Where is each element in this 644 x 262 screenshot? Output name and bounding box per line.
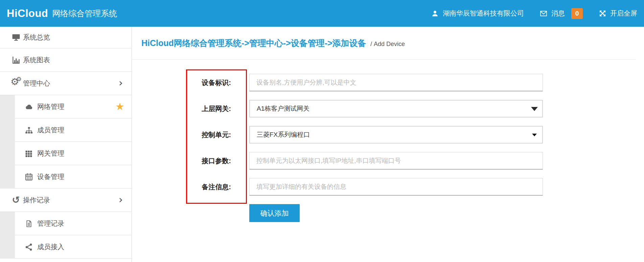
app-window: HiCloud 网络综合管理系统 湖南华辰智通科技有限公司 消息 0	[0, 0, 644, 262]
chevron-right-icon: ›	[119, 194, 123, 205]
messages-button[interactable]: 消息 0	[539, 8, 583, 19]
sidebar-item-device-management[interactable]: 设备管理	[0, 165, 132, 189]
company-account-menu[interactable]: 湖南华辰智通科技有限公司	[430, 9, 524, 18]
sidebar-item-system-charts[interactable]: 系统图表	[0, 48, 132, 72]
device-name-label: 设备标识:	[186, 78, 247, 87]
calendar-icon	[24, 173, 33, 181]
sitemap-icon	[24, 126, 33, 135]
messages-label: 消息	[551, 9, 565, 18]
sidebar-item-system-overview[interactable]: 系统总览	[0, 27, 132, 48]
envelope-icon	[539, 9, 548, 18]
company-name: 湖南华辰智通科技有限公司	[443, 9, 524, 18]
history-icon: ↺	[11, 196, 21, 204]
fullscreen-button[interactable]: 开启全屏	[598, 9, 637, 18]
confirm-add-button[interactable]: 确认添加	[249, 204, 300, 222]
topbar: HiCloud 网络综合管理系统 湖南华辰智通科技有限公司 消息 0	[0, 0, 644, 27]
cloud-icon	[24, 103, 33, 111]
sidebar-item-label: 管理中心	[23, 79, 50, 88]
upper-gateway-value: A1栋客户测试网关	[257, 104, 309, 113]
sidebar-item-operation-records[interactable]: ↺ 操作记录 ›	[0, 189, 132, 212]
fullscreen-label: 开启全屏	[610, 9, 637, 18]
sidebar-item-member-management[interactable]: 成员管理	[0, 118, 132, 142]
topbar-actions: 湖南华辰智通科技有限公司 消息 0 开启全屏	[430, 8, 637, 19]
dropdown-arrow-icon	[532, 134, 537, 136]
form-row-remarks: 备注信息:	[132, 178, 644, 196]
sidebar-item-management-center[interactable]: ⚙⚙ 管理中心 ›	[0, 72, 132, 95]
sidebar-item-management-records[interactable]: 管理记录	[0, 212, 132, 235]
sidebar-item-label: 管理记录	[37, 219, 64, 228]
main-content: HiCloud网络综合管理系统->管理中心->设备管理->添加设备 / Add …	[132, 27, 644, 262]
file-text-icon	[24, 219, 33, 228]
sidebar-item-label: 系统总览	[23, 33, 50, 42]
control-unit-label: 控制单元:	[186, 130, 247, 139]
control-unit-select[interactable]: 三菱FX系列编程口	[249, 126, 543, 144]
star-icon: ★	[115, 102, 124, 112]
share-icon	[24, 243, 33, 252]
sidebar-item-label: 网络管理	[37, 102, 64, 111]
breadcrumb-suffix: / Add Device	[370, 41, 405, 47]
brand-name: HiCloud	[7, 7, 48, 20]
upper-gateway-label: 上层网关:	[186, 104, 247, 113]
add-device-form: 设备标识: 上层网关: A1栋客户测试网关 控制单元:	[132, 60, 644, 222]
breadcrumb-path: HiCloud网络综合管理系统->管理中心->设备管理->添加设备	[141, 38, 366, 48]
sidebar-menu: 系统总览 系统图表 ⚙⚙ 管理中心 ›	[0, 27, 132, 259]
upper-gateway-select[interactable]: A1栋客户测试网关	[249, 100, 543, 117]
sidebar-item-label: 系统图表	[23, 56, 50, 65]
form-row-upper-gateway: 上层网关: A1栋客户测试网关	[132, 100, 644, 117]
remarks-label: 备注信息:	[186, 182, 247, 192]
dropdown-arrow-icon	[531, 107, 538, 111]
user-icon	[430, 9, 440, 18]
chevron-right-icon: ›	[119, 77, 123, 89]
desktop-icon	[11, 33, 21, 42]
message-count-badge: 0	[571, 8, 583, 19]
brand-subtitle: 网络综合管理系统	[52, 8, 117, 19]
interface-params-input[interactable]	[249, 152, 543, 170]
device-name-input[interactable]	[249, 74, 543, 91]
app-logo: HiCloud 网络综合管理系统	[7, 7, 117, 20]
sidebar: 系统总览 系统图表 ⚙⚙ 管理中心 ›	[0, 27, 132, 262]
bar-chart-icon	[11, 56, 21, 64]
control-unit-value: 三菱FX系列编程口	[257, 130, 310, 139]
sidebar-item-network-management[interactable]: 网络管理 ★	[0, 95, 132, 118]
remarks-input[interactable]	[249, 178, 543, 196]
sidebar-item-label: 设备管理	[37, 172, 64, 181]
breadcrumb: HiCloud网络综合管理系统->管理中心->设备管理->添加设备 / Add …	[132, 27, 636, 60]
gears-icon: ⚙⚙	[11, 79, 21, 88]
sidebar-item-gateway-management[interactable]: 网关管理	[0, 142, 132, 165]
form-row-device-name: 设备标识:	[132, 74, 644, 91]
sidebar-item-label: 成员管理	[37, 126, 64, 135]
interface-params-label: 接口参数:	[186, 156, 247, 166]
sidebar-item-member-access[interactable]: 成员接入	[0, 235, 132, 259]
sidebar-item-label: 网关管理	[37, 149, 64, 158]
grid-icon	[24, 149, 33, 158]
sidebar-item-label: 操作记录	[23, 196, 50, 205]
form-row-interface-params: 接口参数:	[132, 152, 644, 170]
sidebar-item-label: 成员接入	[37, 242, 64, 252]
expand-icon	[598, 9, 607, 18]
form-row-control-unit: 控制单元: 三菱FX系列编程口	[132, 126, 644, 144]
